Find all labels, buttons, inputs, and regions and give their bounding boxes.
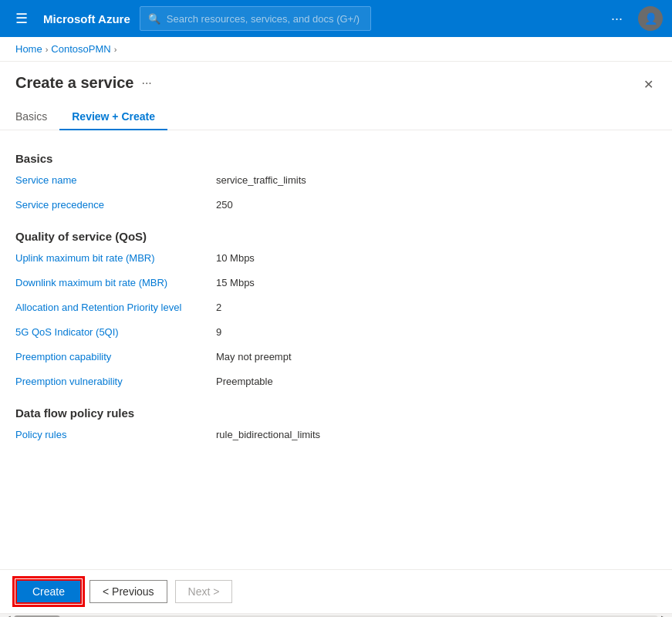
field-value-5qi: 9 — [216, 326, 221, 338]
field-label-preemption-capability: Preemption capability — [15, 351, 216, 362]
scrollbar-container: ◀ ▶ — [0, 613, 672, 617]
field-label-preemption-vulnerability: Preemption vulnerability — [15, 376, 216, 387]
field-label-service-precedence: Service precedence — [15, 199, 216, 211]
field-value-policy-rules: rule_bidirectional_limits — [216, 429, 320, 440]
field-label-uplink-mbr: Uplink maximum bit rate (MBR) — [15, 252, 216, 264]
field-policy-rules: Policy rules rule_bidirectional_limits — [15, 429, 657, 447]
field-value-arp-level: 2 — [216, 302, 221, 313]
section-basics-title: Basics — [15, 152, 657, 165]
tab-review-create[interactable]: Review + Create — [59, 104, 167, 130]
field-preemption-capability: Preemption capability May not preempt — [15, 351, 657, 369]
field-service-name: Service name service_traffic_limits — [15, 174, 657, 193]
field-downlink-mbr: Downlink maximum bit rate (MBR) 15 Mbps — [15, 277, 657, 295]
field-5qi: 5G QoS Indicator (5QI) 9 — [15, 326, 657, 345]
field-label-policy-rules: Policy rules — [15, 429, 216, 440]
breadcrumb: Home › ContosoPMN › — [0, 37, 672, 62]
field-value-preemption-capability: May not preempt — [216, 351, 292, 362]
field-value-service-name: service_traffic_limits — [216, 174, 306, 186]
field-label-service-name: Service name — [15, 174, 216, 186]
tab-basics[interactable]: Basics — [15, 104, 59, 130]
field-value-uplink-mbr: 10 Mbps — [216, 252, 255, 264]
field-label-arp-level: Allocation and Retention Priority level — [15, 302, 216, 313]
search-bar[interactable]: 🔍 — [140, 6, 372, 31]
breadcrumb-sep-1: › — [46, 45, 49, 54]
avatar[interactable]: 👤 — [638, 6, 663, 31]
breadcrumb-contosopmn[interactable]: ContosoPMN — [51, 43, 110, 55]
field-value-downlink-mbr: 15 Mbps — [216, 277, 255, 288]
field-value-preemption-vulnerability: Preemptable — [216, 376, 273, 387]
tabs: Basics Review + Create — [0, 104, 672, 130]
main-panel: Create a service ··· ✕ Basics Review + C… — [0, 62, 672, 613]
section-dataflow-title: Data flow policy rules — [15, 406, 657, 420]
app-title: Microsoft Azure — [43, 12, 130, 25]
panel-header: Create a service ··· ✕ — [0, 62, 672, 95]
hamburger-icon[interactable]: ☰ — [9, 7, 34, 30]
close-icon[interactable]: ✕ — [640, 74, 657, 95]
field-arp-level: Allocation and Retention Priority level … — [15, 302, 657, 320]
breadcrumb-sep-2: › — [114, 45, 117, 54]
field-preemption-vulnerability: Preemption vulnerability Preemptable — [15, 376, 657, 394]
search-icon: 🔍 — [148, 13, 160, 25]
field-label-downlink-mbr: Downlink maximum bit rate (MBR) — [15, 277, 216, 288]
search-input[interactable] — [167, 13, 363, 25]
topbar-more-icon[interactable]: ··· — [605, 8, 629, 30]
content-area: Basics Service name service_traffic_limi… — [0, 130, 672, 569]
field-uplink-mbr: Uplink maximum bit rate (MBR) 10 Mbps — [15, 252, 657, 271]
create-button[interactable]: Create — [15, 579, 82, 604]
scroll-right-icon[interactable]: ▶ — [658, 614, 670, 617]
field-service-precedence: Service precedence 250 — [15, 199, 657, 217]
scroll-left-icon[interactable]: ◀ — [2, 614, 14, 617]
section-qos-title: Quality of service (QoS) — [15, 230, 657, 243]
panel-ellipsis-icon[interactable]: ··· — [141, 76, 151, 90]
previous-button[interactable]: < Previous — [89, 580, 167, 603]
footer: Create < Previous Next > — [0, 569, 672, 613]
field-value-service-precedence: 250 — [216, 199, 233, 211]
field-label-5qi: 5G QoS Indicator (5QI) — [15, 326, 216, 338]
panel-title: Create a service — [15, 74, 133, 92]
next-button: Next > — [175, 580, 233, 603]
breadcrumb-home[interactable]: Home — [15, 43, 42, 55]
topbar: ☰ Microsoft Azure 🔍 ··· 👤 — [0, 0, 672, 37]
